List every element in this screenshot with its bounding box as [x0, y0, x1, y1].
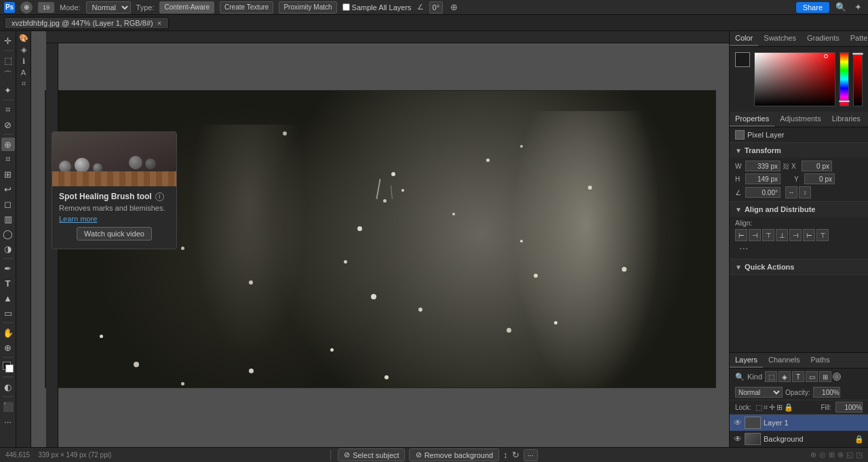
background-layer-item[interactable]: 👁 Background 🔒	[730, 431, 868, 447]
align-center-h-btn[interactable]: ⊣	[749, 229, 761, 241]
align-left-btn[interactable]: ⊢	[735, 229, 747, 241]
canvas-area[interactable]: Spot Healing Brush tool i Removes marks …	[31, 31, 729, 447]
align-right-btn[interactable]: ⊤	[762, 229, 774, 241]
search-icon[interactable]: 🔍	[833, 2, 848, 12]
bottom-expand-icon[interactable]: ◳	[856, 450, 863, 459]
filter-shape-btn[interactable]: ▭	[806, 371, 818, 382]
create-texture-btn[interactable]: Create Texture	[220, 1, 273, 14]
info-panel-toggle[interactable]: ℹ	[22, 57, 25, 66]
paths-tab-btn[interactable]: Paths	[806, 353, 835, 368]
bottom-save-icon[interactable]: ⊞	[829, 450, 835, 459]
color-picker-gradient[interactable]	[754, 52, 835, 106]
lock-pixels-btn[interactable]: ⌗	[764, 403, 768, 412]
filter-smart-btn[interactable]: ⊞	[819, 371, 831, 382]
gradient-tool-btn[interactable]: ▥	[1, 212, 15, 226]
bottom-zoom-icon[interactable]: ⊕	[810, 450, 816, 459]
more-tools-btn[interactable]: ···	[1, 415, 15, 428]
flip-h-btn[interactable]: ↔	[785, 186, 797, 198]
background-color[interactable]	[5, 364, 14, 373]
blend-mode-select[interactable]: Normal	[735, 387, 783, 398]
change-screen-mode-btn[interactable]: ⬛	[1, 400, 15, 413]
bottom-share-icon[interactable]: ⊗	[837, 450, 844, 459]
align-bottom-btn[interactable]: ⊢	[803, 229, 815, 241]
layer-1-visibility-btn[interactable]: 👁	[734, 418, 742, 427]
hand-tool-btn[interactable]: ✋	[1, 326, 15, 339]
lock-all-btn[interactable]: 🔒	[784, 403, 793, 412]
align-top-btn[interactable]: ⊥	[776, 229, 788, 241]
rectangular-marquee-tool-btn[interactable]: ⬚	[1, 54, 15, 67]
tooltip-info-icon[interactable]: i	[155, 192, 164, 201]
move-tool-btn[interactable]: ✛	[1, 34, 15, 47]
red-channel-slider[interactable]	[853, 52, 863, 106]
blur-tool-btn[interactable]: ◯	[1, 227, 15, 240]
resize-icon[interactable]: ↕	[503, 450, 508, 460]
color-boxes[interactable]	[3, 362, 14, 373]
mode-dropdown[interactable]: Normal	[86, 1, 131, 14]
hue-slider[interactable]	[840, 52, 849, 106]
flip-v-btn[interactable]: ↕	[799, 186, 811, 198]
libraries-tab[interactable]: Libraries	[827, 112, 866, 127]
brush-tool-btn[interactable]: ⌗	[1, 152, 15, 166]
shape-tool-btn[interactable]: ▭	[1, 306, 15, 320]
select-subject-btn[interactable]: ⊘ Select subject	[338, 448, 405, 461]
opacity-input[interactable]	[813, 387, 840, 398]
align-center-v-btn[interactable]: ⊣	[789, 229, 802, 241]
character-panel-toggle[interactable]: A	[21, 68, 26, 77]
brush-size-input[interactable]: 19	[38, 2, 54, 13]
remove-background-btn[interactable]: ⊘ Remove background	[410, 448, 500, 461]
zoom-tool-btn[interactable]: ⊕	[1, 341, 15, 354]
clone-stamp-tool-btn[interactable]: ⊞	[1, 167, 15, 181]
layers-tab-btn[interactable]: Layers	[730, 353, 763, 368]
color-panel-toggle[interactable]: 🎨	[19, 34, 28, 43]
watch-video-button[interactable]: Watch quick video	[77, 227, 152, 240]
channels-tab-btn[interactable]: Channels	[763, 353, 805, 368]
background-visibility-btn[interactable]: 👁	[734, 434, 742, 444]
angle-input[interactable]: 0°	[429, 1, 443, 14]
content-aware-btn[interactable]: Content-Aware	[159, 1, 214, 14]
history-brush-tool-btn[interactable]: ↩	[1, 182, 15, 196]
learn-more-link[interactable]: Learn more	[59, 215, 170, 223]
brush-panel-toggle[interactable]: ⌗	[22, 79, 26, 88]
layer-1-item[interactable]: 👁 Layer 1	[730, 415, 868, 431]
lock-transparent-btn[interactable]: ⬚	[755, 403, 762, 412]
filter-type-btn[interactable]: T	[792, 371, 804, 382]
type-tool-btn[interactable]: T	[1, 276, 15, 290]
x-input[interactable]	[802, 161, 832, 171]
layers-search-icon[interactable]: 🔍	[735, 373, 745, 381]
proximity-match-btn[interactable]: Proximity Match	[279, 1, 336, 14]
eraser-tool-btn[interactable]: ◻	[1, 197, 15, 211]
discover-icon[interactable]: ✦	[852, 2, 864, 12]
quick-actions-header[interactable]: ▼ Quick Actions	[730, 259, 868, 274]
foreground-color-swatch[interactable]	[735, 52, 750, 67]
healing-brush-tool-btn[interactable]: ⊕	[1, 138, 15, 151]
gradients-tab[interactable]: Gradients	[802, 31, 845, 46]
angle-transform-input[interactable]	[745, 187, 781, 198]
filter-adjust-btn[interactable]: ◈	[778, 371, 791, 382]
quick-mask-btn[interactable]: ◐	[1, 380, 15, 394]
width-input[interactable]	[745, 161, 781, 171]
sample-all-layers-checkbox[interactable]: Sample All Layers	[342, 3, 412, 12]
tab-close-btn[interactable]: ×	[157, 19, 161, 27]
y-input[interactable]	[804, 173, 835, 184]
more-actions-btn[interactable]: ···	[524, 449, 538, 461]
align-extra1-btn[interactable]: ⊤	[816, 229, 829, 241]
document-tab[interactable]: xvzbfdhbfg.jpg @ 447% (Layer 1, RGB/8#) …	[4, 17, 169, 29]
filter-toggle-btn[interactable]: ○	[833, 373, 841, 381]
adjustments-panel-toggle[interactable]: ◈	[21, 45, 26, 54]
lock-position-btn[interactable]: ✛	[769, 403, 775, 412]
crop-tool-btn[interactable]: ⌗	[1, 103, 15, 117]
dodge-tool-btn[interactable]: ◑	[1, 242, 15, 255]
properties-tab[interactable]: Properties	[730, 112, 774, 127]
patterns-tab[interactable]: Patterns	[845, 31, 868, 46]
share-button[interactable]: Share	[796, 2, 829, 13]
bottom-info-icon[interactable]: ◱	[846, 450, 853, 459]
fill-input[interactable]	[835, 402, 863, 413]
swatches-tab[interactable]: Swatches	[758, 31, 802, 46]
bottom-nav-icon[interactable]: ◎	[819, 450, 826, 459]
rotate-icon[interactable]: ↻	[512, 450, 519, 460]
pen-tool-btn[interactable]: ✒	[1, 261, 15, 275]
color-tab[interactable]: Color	[730, 31, 758, 46]
adjustments-tab[interactable]: Adjustments	[774, 112, 827, 127]
lasso-tool-btn[interactable]: ⌒	[1, 68, 15, 82]
align-section-header[interactable]: ▼ Align and Distribute	[730, 202, 868, 217]
